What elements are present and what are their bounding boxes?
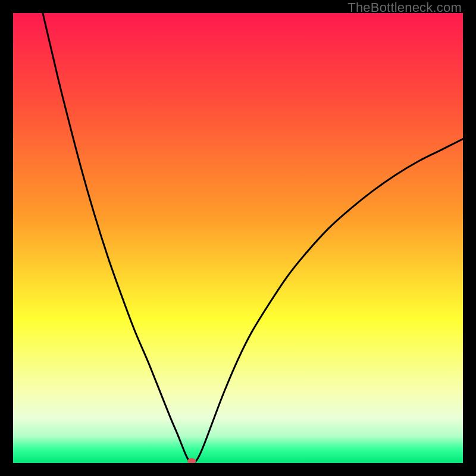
plot-area (13, 13, 463, 463)
chart-background (13, 13, 463, 463)
chart-svg (13, 13, 463, 463)
watermark-text: TheBottleneck.com (347, 0, 462, 15)
